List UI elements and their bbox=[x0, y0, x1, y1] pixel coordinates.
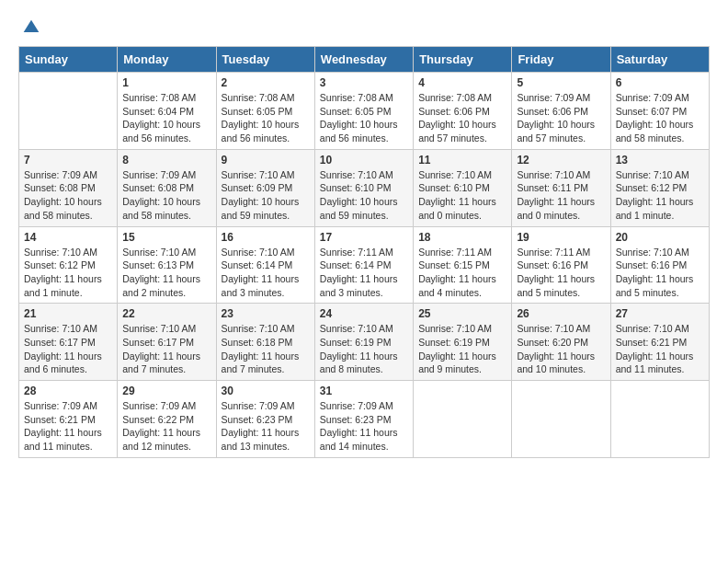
calendar-day-cell bbox=[414, 381, 512, 458]
day-info: Sunrise: 7:10 AMSunset: 6:14 PMDaylight:… bbox=[222, 246, 310, 300]
calendar-day-cell: 23Sunrise: 7:10 AMSunset: 6:18 PMDayligh… bbox=[216, 304, 314, 381]
calendar-week-row: 14Sunrise: 7:10 AMSunset: 6:12 PMDayligh… bbox=[19, 226, 710, 304]
day-info: Sunrise: 7:09 AMSunset: 6:08 PMDaylight:… bbox=[122, 168, 210, 223]
day-info: Sunrise: 7:11 AMSunset: 6:16 PMDaylight:… bbox=[517, 246, 605, 300]
day-number: 22 bbox=[122, 307, 210, 320]
calendar-day-cell: 31Sunrise: 7:09 AMSunset: 6:23 PMDayligh… bbox=[314, 381, 413, 458]
calendar-week-row: 7Sunrise: 7:09 AMSunset: 6:08 PMDaylight… bbox=[19, 149, 710, 226]
calendar-day-cell: 8Sunrise: 7:09 AMSunset: 6:08 PMDaylight… bbox=[118, 149, 216, 226]
day-number: 10 bbox=[320, 154, 408, 167]
day-number: 12 bbox=[517, 154, 605, 167]
day-number: 9 bbox=[222, 154, 310, 167]
day-number: 21 bbox=[24, 307, 112, 320]
day-info: Sunrise: 7:08 AMSunset: 6:04 PMDaylight:… bbox=[122, 91, 210, 145]
calendar-day-cell: 7Sunrise: 7:09 AMSunset: 6:08 PMDaylight… bbox=[19, 149, 118, 226]
calendar-day-cell: 26Sunrise: 7:10 AMSunset: 6:20 PMDayligh… bbox=[512, 304, 610, 381]
calendar-week-row: 28Sunrise: 7:09 AMSunset: 6:21 PMDayligh… bbox=[19, 381, 710, 458]
svg-marker-0 bbox=[24, 20, 40, 32]
day-number: 7 bbox=[24, 154, 112, 167]
day-info: Sunrise: 7:09 AMSunset: 6:08 PMDaylight:… bbox=[24, 168, 112, 223]
day-info: Sunrise: 7:09 AMSunset: 6:23 PMDaylight:… bbox=[320, 399, 408, 454]
calendar-day-cell: 12Sunrise: 7:10 AMSunset: 6:11 PMDayligh… bbox=[512, 149, 610, 226]
day-number: 26 bbox=[517, 307, 605, 320]
calendar-week-row: 1Sunrise: 7:08 AMSunset: 6:04 PMDaylight… bbox=[19, 73, 710, 150]
day-info: Sunrise: 7:10 AMSunset: 6:20 PMDaylight:… bbox=[517, 322, 605, 376]
calendar-day-cell: 21Sunrise: 7:10 AMSunset: 6:17 PMDayligh… bbox=[19, 304, 118, 381]
day-info: Sunrise: 7:11 AMSunset: 6:14 PMDaylight:… bbox=[320, 246, 408, 300]
day-number: 17 bbox=[320, 231, 408, 244]
day-number: 15 bbox=[122, 231, 210, 244]
calendar-day-cell: 25Sunrise: 7:10 AMSunset: 6:19 PMDayligh… bbox=[414, 304, 512, 381]
weekday-header-cell: Monday bbox=[118, 47, 216, 73]
day-number: 4 bbox=[418, 76, 506, 89]
day-info: Sunrise: 7:08 AMSunset: 6:05 PMDaylight:… bbox=[222, 91, 310, 145]
day-number: 29 bbox=[122, 385, 210, 397]
day-number: 23 bbox=[222, 307, 310, 320]
day-number: 16 bbox=[222, 231, 310, 244]
calendar-day-cell: 9Sunrise: 7:10 AMSunset: 6:09 PMDaylight… bbox=[216, 149, 314, 226]
calendar-day-cell: 4Sunrise: 7:08 AMSunset: 6:06 PMDaylight… bbox=[414, 73, 512, 150]
weekday-header-row: SundayMondayTuesdayWednesdayThursdayFrid… bbox=[19, 47, 710, 73]
day-number: 6 bbox=[616, 76, 704, 89]
weekday-header-cell: Sunday bbox=[19, 47, 118, 73]
calendar-day-cell: 17Sunrise: 7:11 AMSunset: 6:14 PMDayligh… bbox=[314, 226, 413, 304]
day-info: Sunrise: 7:10 AMSunset: 6:09 PMDaylight:… bbox=[222, 168, 310, 223]
weekday-header-cell: Wednesday bbox=[314, 47, 413, 73]
day-number: 3 bbox=[320, 76, 408, 89]
day-info: Sunrise: 7:09 AMSunset: 6:22 PMDaylight:… bbox=[122, 399, 210, 454]
day-info: Sunrise: 7:11 AMSunset: 6:15 PMDaylight:… bbox=[418, 246, 506, 300]
day-info: Sunrise: 7:10 AMSunset: 6:17 PMDaylight:… bbox=[122, 322, 210, 376]
day-number: 28 bbox=[24, 385, 112, 397]
calendar-day-cell: 30Sunrise: 7:09 AMSunset: 6:23 PMDayligh… bbox=[216, 381, 314, 458]
day-number: 27 bbox=[616, 307, 704, 320]
calendar-day-cell: 20Sunrise: 7:10 AMSunset: 6:16 PMDayligh… bbox=[610, 226, 709, 304]
calendar-week-row: 21Sunrise: 7:10 AMSunset: 6:17 PMDayligh… bbox=[19, 304, 710, 381]
calendar-table: SundayMondayTuesdayWednesdayThursdayFrid… bbox=[18, 46, 710, 458]
day-info: Sunrise: 7:09 AMSunset: 6:07 PMDaylight:… bbox=[616, 91, 704, 145]
calendar-day-cell: 13Sunrise: 7:10 AMSunset: 6:12 PMDayligh… bbox=[610, 149, 709, 226]
calendar-day-cell: 19Sunrise: 7:11 AMSunset: 6:16 PMDayligh… bbox=[512, 226, 610, 304]
weekday-header-cell: Tuesday bbox=[216, 47, 314, 73]
day-number: 24 bbox=[320, 307, 408, 320]
day-info: Sunrise: 7:10 AMSunset: 6:13 PMDaylight:… bbox=[122, 246, 210, 300]
calendar-day-cell: 24Sunrise: 7:10 AMSunset: 6:19 PMDayligh… bbox=[314, 304, 413, 381]
day-info: Sunrise: 7:10 AMSunset: 6:19 PMDaylight:… bbox=[418, 322, 506, 376]
day-number: 18 bbox=[418, 231, 506, 244]
day-number: 20 bbox=[616, 231, 704, 244]
day-info: Sunrise: 7:10 AMSunset: 6:21 PMDaylight:… bbox=[616, 322, 704, 376]
page-header bbox=[18, 18, 710, 37]
day-info: Sunrise: 7:10 AMSunset: 6:12 PMDaylight:… bbox=[616, 168, 704, 223]
day-info: Sunrise: 7:10 AMSunset: 6:16 PMDaylight:… bbox=[616, 246, 704, 300]
calendar-day-cell: 11Sunrise: 7:10 AMSunset: 6:10 PMDayligh… bbox=[414, 149, 512, 226]
calendar-day-cell: 16Sunrise: 7:10 AMSunset: 6:14 PMDayligh… bbox=[216, 226, 314, 304]
day-number: 25 bbox=[418, 307, 506, 320]
day-info: Sunrise: 7:09 AMSunset: 6:21 PMDaylight:… bbox=[24, 399, 112, 454]
calendar-day-cell: 28Sunrise: 7:09 AMSunset: 6:21 PMDayligh… bbox=[19, 381, 118, 458]
calendar-day-cell bbox=[610, 381, 709, 458]
day-info: Sunrise: 7:10 AMSunset: 6:11 PMDaylight:… bbox=[517, 168, 605, 223]
calendar-day-cell: 5Sunrise: 7:09 AMSunset: 6:06 PMDaylight… bbox=[512, 73, 610, 150]
day-number: 31 bbox=[320, 385, 408, 397]
calendar-day-cell: 6Sunrise: 7:09 AMSunset: 6:07 PMDaylight… bbox=[610, 73, 709, 150]
calendar-day-cell: 22Sunrise: 7:10 AMSunset: 6:17 PMDayligh… bbox=[118, 304, 216, 381]
calendar-day-cell: 15Sunrise: 7:10 AMSunset: 6:13 PMDayligh… bbox=[118, 226, 216, 304]
calendar-day-cell bbox=[512, 381, 610, 458]
day-number: 1 bbox=[122, 76, 210, 89]
day-info: Sunrise: 7:10 AMSunset: 6:18 PMDaylight:… bbox=[222, 322, 310, 376]
day-number: 14 bbox=[24, 231, 112, 244]
day-info: Sunrise: 7:09 AMSunset: 6:06 PMDaylight:… bbox=[517, 91, 605, 145]
day-info: Sunrise: 7:10 AMSunset: 6:17 PMDaylight:… bbox=[24, 322, 112, 376]
calendar-day-cell bbox=[19, 73, 118, 150]
calendar-day-cell: 14Sunrise: 7:10 AMSunset: 6:12 PMDayligh… bbox=[19, 226, 118, 304]
day-number: 8 bbox=[122, 154, 210, 167]
weekday-header-cell: Friday bbox=[512, 47, 610, 73]
day-info: Sunrise: 7:10 AMSunset: 6:10 PMDaylight:… bbox=[418, 168, 506, 223]
weekday-header-cell: Thursday bbox=[414, 47, 512, 73]
day-info: Sunrise: 7:08 AMSunset: 6:05 PMDaylight:… bbox=[320, 91, 408, 145]
calendar-day-cell: 29Sunrise: 7:09 AMSunset: 6:22 PMDayligh… bbox=[118, 381, 216, 458]
calendar-day-cell: 1Sunrise: 7:08 AMSunset: 6:04 PMDaylight… bbox=[118, 73, 216, 150]
day-number: 11 bbox=[418, 154, 506, 167]
day-number: 19 bbox=[517, 231, 605, 244]
weekday-header-cell: Saturday bbox=[610, 47, 709, 73]
calendar-day-cell: 2Sunrise: 7:08 AMSunset: 6:05 PMDaylight… bbox=[216, 73, 314, 150]
